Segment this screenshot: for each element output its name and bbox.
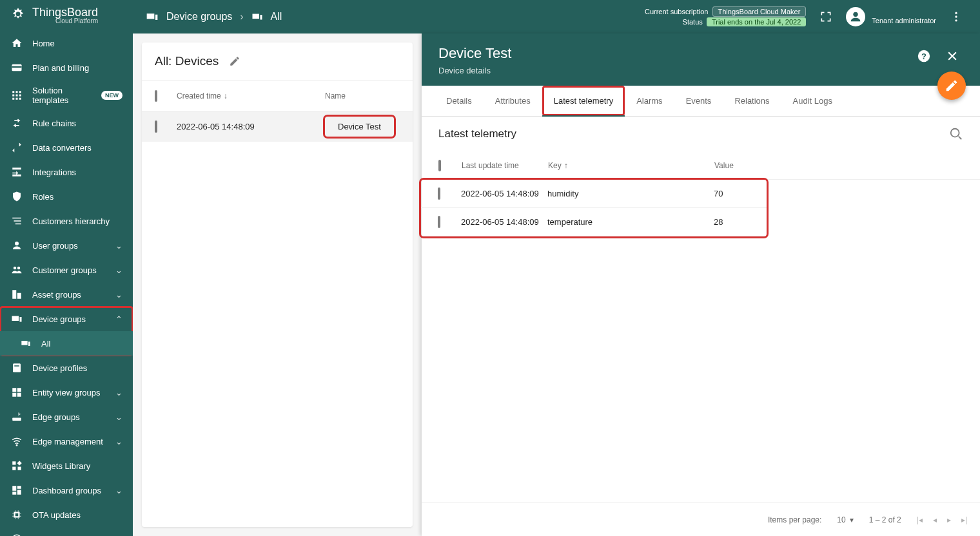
people-icon (10, 263, 23, 276)
svg-rect-37 (17, 486, 21, 489)
brand-logo[interactable]: ThingsBoard Cloud Platform (0, 0, 133, 31)
row-checkbox[interactable] (438, 187, 440, 200)
wifi-icon (10, 435, 23, 448)
nav-entity-view-groups[interactable]: Entity view groups⌄ (0, 380, 133, 405)
more-button[interactable] (945, 6, 967, 28)
tab-audit-logs[interactable]: Audit Logs (781, 86, 844, 116)
nav-device-groups-all[interactable]: All (0, 331, 133, 356)
highlighted-telemetry-rows: 2022-06-05 14:48:09 humidity 70 2022-06-… (421, 180, 767, 236)
prev-page-button[interactable]: ◂ (933, 515, 937, 524)
page-size-select[interactable]: 10 ▾ (837, 515, 853, 524)
arrow-down-icon: ↓ (224, 91, 228, 100)
details-tabs: Details Attributes Latest telemetry Alar… (422, 86, 980, 117)
select-all-telemetry-checkbox[interactable] (438, 160, 441, 171)
svg-point-49 (955, 12, 957, 14)
nav-roles[interactable]: Roles (0, 184, 133, 209)
devices-icon (146, 10, 159, 23)
telemetry-row[interactable]: 2022-06-05 14:48:09 temperature 28 (421, 208, 767, 236)
svg-point-31 (16, 445, 17, 446)
svg-text:?: ? (921, 52, 926, 61)
svg-rect-18 (12, 290, 16, 299)
svg-rect-32 (12, 461, 15, 464)
edit-button[interactable] (229, 55, 240, 67)
tab-relations[interactable]: Relations (723, 86, 781, 116)
nav-asset-groups[interactable]: Asset groups⌄ (0, 282, 133, 307)
user-menu[interactable]: Tenant administrator (846, 7, 936, 26)
nav-user-groups[interactable]: User groups⌄ (0, 233, 133, 258)
hierarchy-icon (10, 215, 23, 227)
fullscreen-button[interactable] (815, 6, 837, 28)
col-created-time[interactable]: Created time ↓ (177, 91, 325, 100)
svg-rect-14 (15, 224, 21, 225)
table-row[interactable]: 2022-06-05 14:48:09 Device Test (142, 111, 413, 142)
svg-rect-29 (17, 393, 21, 397)
tab-events[interactable]: Events (674, 86, 723, 116)
col-name[interactable]: Name (325, 91, 400, 100)
nav-home[interactable]: Home (0, 31, 133, 55)
help-button[interactable]: ? (913, 45, 935, 67)
col-key[interactable]: Key ↑ (548, 161, 714, 170)
first-page-button[interactable]: |◂ (917, 515, 923, 524)
tab-attributes[interactable]: Attributes (484, 86, 542, 116)
nav-solution-templates[interactable]: Solution templatesNEW (0, 80, 133, 111)
next-page-button[interactable]: ▸ (947, 515, 951, 524)
svg-rect-11 (19, 98, 21, 100)
cell-name: Device Test (325, 117, 394, 137)
chevron-down-icon: ⌄ (115, 388, 122, 397)
select-all-checkbox[interactable] (155, 90, 157, 102)
nav-plan-billing[interactable]: Plan and billing (0, 55, 133, 80)
tab-alarms[interactable]: Alarms (625, 86, 674, 116)
pager-range: 1 – 2 of 2 (869, 515, 901, 524)
telemetry-row[interactable]: 2022-06-05 14:48:09 humidity 70 (421, 180, 767, 208)
last-page-button[interactable]: ▸| (961, 515, 967, 524)
breadcrumb-item[interactable]: Device groups (166, 11, 232, 23)
profile-icon (10, 361, 23, 374)
row-checkbox[interactable] (438, 216, 440, 228)
svg-point-50 (955, 15, 957, 17)
nav-data-converters[interactable]: Data converters (0, 135, 133, 160)
user-role: Tenant administrator (872, 17, 936, 25)
nav-customer-groups[interactable]: Customer groups⌄ (0, 258, 133, 282)
chevron-down-icon: ⌄ (115, 437, 122, 446)
tab-details[interactable]: Details (435, 86, 484, 116)
svg-rect-9 (12, 98, 14, 100)
clock-icon (10, 533, 23, 536)
arrow-up-icon: ↑ (564, 161, 568, 170)
nav-scheduler[interactable]: Scheduler (0, 527, 133, 536)
nav-customers-hierarchy[interactable]: Customers hierarchy (0, 209, 133, 233)
nav-integrations[interactable]: Integrations (0, 160, 133, 184)
swap-icon (10, 117, 23, 129)
row-checkbox[interactable] (155, 120, 157, 133)
status-chip[interactable]: Trial ends on the Jul 4, 2022 (707, 17, 806, 26)
input-icon (10, 166, 23, 178)
svg-rect-41 (15, 513, 19, 517)
nav-edge-management[interactable]: Edge management⌄ (0, 429, 133, 454)
details-title: Device Test (438, 45, 511, 62)
breadcrumb-item[interactable]: All (271, 11, 282, 23)
nav-dashboard-groups[interactable]: Dashboard groups⌄ (0, 478, 133, 503)
col-last-update[interactable]: Last update time (462, 161, 548, 170)
devices-icon (251, 11, 263, 23)
svg-rect-12 (12, 218, 21, 219)
edit-fab[interactable] (937, 72, 966, 100)
list-title: All: Devices (155, 54, 219, 68)
chevron-down-icon: ⌄ (115, 265, 122, 275)
svg-rect-21 (20, 317, 22, 322)
search-button[interactable] (949, 127, 963, 141)
close-button[interactable] (941, 45, 963, 67)
svg-rect-20 (12, 316, 19, 321)
tab-latest-telemetry[interactable]: Latest telemetry (542, 86, 625, 116)
nav-device-profiles[interactable]: Device profiles (0, 356, 133, 380)
subscription-chip[interactable]: ThingsBoard Cloud Maker (712, 6, 807, 17)
nav-rule-chains[interactable]: Rule chains (0, 111, 133, 135)
svg-point-51 (955, 19, 957, 21)
thingsboard-logo-icon (9, 6, 27, 24)
nav-device-groups[interactable]: Device groups⌃ (0, 307, 133, 331)
nav-ota-updates[interactable]: OTA updates (0, 503, 133, 527)
col-value[interactable]: Value (714, 161, 963, 170)
nav-edge-groups[interactable]: Edge groups⌄ (0, 405, 133, 429)
nav-widgets-library[interactable]: Widgets Library (0, 454, 133, 478)
svg-rect-5 (19, 91, 21, 93)
credit-card-icon (10, 61, 23, 74)
svg-rect-19 (17, 293, 21, 299)
